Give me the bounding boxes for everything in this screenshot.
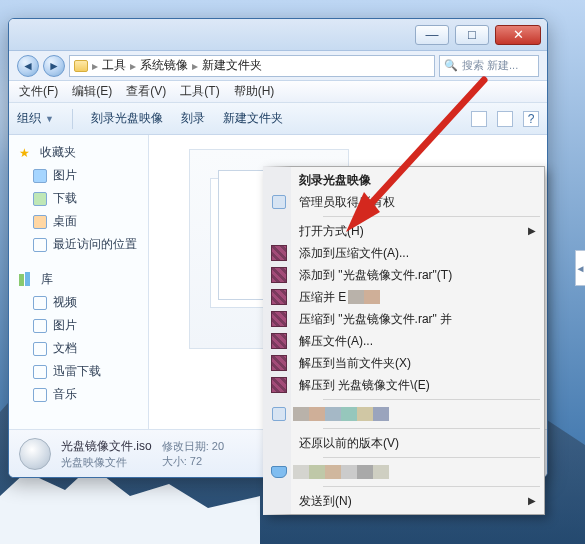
breadcrumb[interactable]: ▸ 工具 ▸ 系统镜像 ▸ 新建文件夹 xyxy=(69,55,435,77)
toolbar: 组织▼ 刻录光盘映像 刻录 新建文件夹 ? xyxy=(9,103,547,135)
sidebar-item-downloads[interactable]: 下载 xyxy=(9,187,148,210)
ctx-rar-add[interactable]: 添加到压缩文件(A)... xyxy=(293,242,542,264)
rar-icon xyxy=(271,311,287,327)
libraries-icon xyxy=(19,272,35,288)
menu-view[interactable]: 查看(V) xyxy=(126,83,166,100)
sidebar-item-pictures[interactable]: 图片 xyxy=(9,164,148,187)
toolbar-burn[interactable]: 刻录 xyxy=(181,110,205,127)
shell-icon xyxy=(272,407,286,421)
iso-icon xyxy=(19,438,51,470)
menu-help[interactable]: 帮助(H) xyxy=(234,83,275,100)
submenu-arrow-icon: ▶ xyxy=(528,225,536,236)
sidebar-item-lib-pictures[interactable]: 图片 xyxy=(9,314,148,337)
sidebar-item-videos[interactable]: 视频 xyxy=(9,291,148,314)
star-icon: ★ xyxy=(19,146,30,160)
minimize-button[interactable]: — xyxy=(415,25,449,45)
pictures-icon xyxy=(33,169,47,183)
help-button[interactable]: ? xyxy=(523,111,539,127)
toolbar-organize[interactable]: 组织▼ xyxy=(17,110,54,127)
search-icon: 🔍 xyxy=(444,59,458,72)
maximize-button[interactable]: □ xyxy=(455,25,489,45)
menu-tools[interactable]: 工具(T) xyxy=(180,83,219,100)
ctx-obscured-row2[interactable] xyxy=(293,461,542,483)
rar-icon xyxy=(271,289,287,305)
rar-icon xyxy=(271,355,287,371)
sidebar-item-xunlei[interactable]: 迅雷下载 xyxy=(9,360,148,383)
rar-icon xyxy=(271,377,287,393)
videos-icon xyxy=(33,296,47,310)
ctx-admin[interactable]: 管理员取得所有权 xyxy=(293,191,542,213)
crumb-leaf[interactable]: 新建文件夹 xyxy=(202,57,262,74)
context-menu: 刻录光盘映像管理员取得所有权打开方式(H)▶添加到压缩文件(A)...添加到 "… xyxy=(263,166,545,515)
toolbar-burn-iso[interactable]: 刻录光盘映像 xyxy=(91,110,163,127)
documents-icon xyxy=(33,342,47,356)
share-icon xyxy=(271,466,287,478)
rar-icon xyxy=(271,333,287,349)
ctx-rar-zip-named[interactable]: 压缩到 "光盘镜像文件.rar" 并 xyxy=(293,308,542,330)
rar-icon xyxy=(271,245,287,261)
close-button[interactable]: ✕ xyxy=(495,25,541,45)
ctx-open-with[interactable]: 打开方式(H)▶ xyxy=(293,220,542,242)
desktop-icon xyxy=(33,215,47,229)
xunlei-icon xyxy=(33,365,47,379)
ctx-obscured-row[interactable] xyxy=(293,403,542,425)
address-row: ◄ ► ▸ 工具 ▸ 系统镜像 ▸ 新建文件夹 🔍 搜索 新建... xyxy=(9,51,547,81)
submenu-arrow-icon: ▶ xyxy=(528,495,536,506)
status-filetype: 光盘映像文件 xyxy=(61,455,152,470)
search-input[interactable]: 🔍 搜索 新建... xyxy=(439,55,539,77)
sidebar-item-documents[interactable]: 文档 xyxy=(9,337,148,360)
ctx-extract-here[interactable]: 解压到当前文件夹(X) xyxy=(293,352,542,374)
ctx-rar-zip-e[interactable]: 压缩并 E xyxy=(293,286,542,308)
preview-pane-button[interactable] xyxy=(497,111,513,127)
favorites-header: 收藏夹 xyxy=(40,144,76,161)
libraries-header: 库 xyxy=(41,271,53,288)
sidebar-item-desktop[interactable]: 桌面 xyxy=(9,210,148,233)
status-filename: 光盘镜像文件.iso xyxy=(61,438,152,455)
nav-forward-button[interactable]: ► xyxy=(43,55,65,77)
edge-tab[interactable]: ◄ xyxy=(575,250,585,286)
nav-back-button[interactable]: ◄ xyxy=(17,55,39,77)
menu-edit[interactable]: 编辑(E) xyxy=(72,83,112,100)
recent-icon xyxy=(33,238,47,252)
shell-icon xyxy=(272,195,286,209)
ctx-rar-add-named[interactable]: 添加到 "光盘镜像文件.rar"(T) xyxy=(293,264,542,286)
crumb-root[interactable]: 工具 xyxy=(102,57,126,74)
sidebar: ★ 收藏夹 图片 下载 桌面 最近访问的位置 库 xyxy=(9,135,149,429)
ctx-extract[interactable]: 解压文件(A)... xyxy=(293,330,542,352)
pictures-lib-icon xyxy=(33,319,47,333)
ctx-send-to[interactable]: 发送到(N)▶ xyxy=(293,490,542,512)
downloads-icon xyxy=(33,192,47,206)
music-icon xyxy=(33,388,47,402)
sidebar-item-music[interactable]: 音乐 xyxy=(9,383,148,406)
toolbar-new-folder[interactable]: 新建文件夹 xyxy=(223,110,283,127)
menu-file[interactable]: 文件(F) xyxy=(19,83,58,100)
sidebar-item-recent[interactable]: 最近访问的位置 xyxy=(9,233,148,256)
crumb-mid[interactable]: 系统镜像 xyxy=(140,57,188,74)
ctx-extract-to[interactable]: 解压到 光盘镜像文件\(E) xyxy=(293,374,542,396)
ctx-prev-versions[interactable]: 还原以前的版本(V) xyxy=(293,432,542,454)
menubar: 文件(F) 编辑(E) 查看(V) 工具(T) 帮助(H) xyxy=(9,81,547,103)
rar-icon xyxy=(271,267,287,283)
folder-icon xyxy=(74,60,88,72)
view-mode-button[interactable] xyxy=(471,111,487,127)
ctx-burn-iso[interactable]: 刻录光盘映像 xyxy=(293,169,542,191)
titlebar: — □ ✕ xyxy=(9,19,547,51)
